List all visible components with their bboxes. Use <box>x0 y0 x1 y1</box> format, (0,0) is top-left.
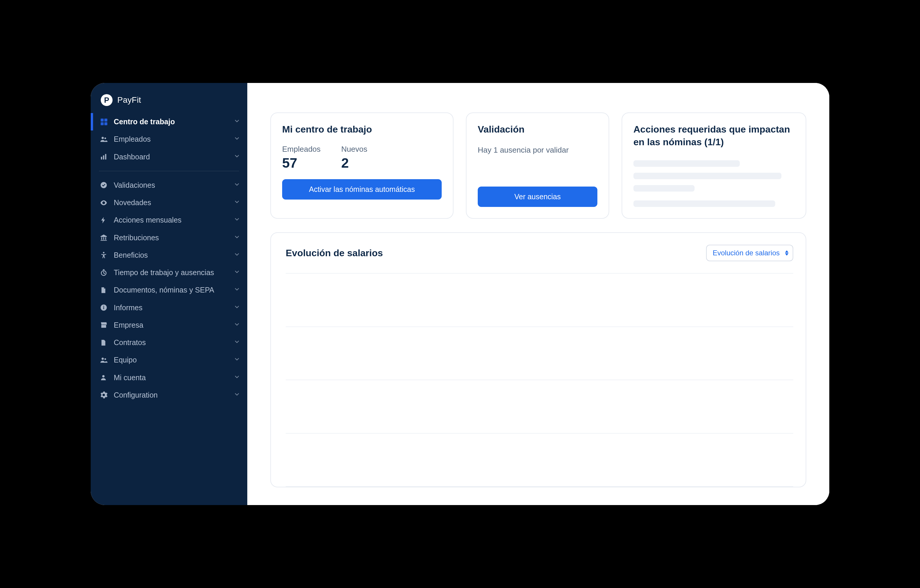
sidebar-item-label: Informes <box>114 303 234 312</box>
chevron-down-icon <box>234 338 240 347</box>
card-validacion: Validación Hay 1 ausencia por validar Ve… <box>466 113 609 219</box>
bank-icon <box>100 234 114 242</box>
chart-header: Evolución de salarios Evolución de salar… <box>286 245 793 261</box>
sidebar-item-beneficios[interactable]: Beneficios <box>91 247 247 264</box>
chart-metric-select[interactable]: Evolución de salarios <box>706 245 793 261</box>
activar-nominas-button[interactable]: Activar las nóminas automáticas <box>282 179 442 200</box>
sidebar-item-label: Empleados <box>114 135 234 144</box>
sidebar-nav-primary: Centro de trabajo Empleados Dashboard <box>91 113 247 166</box>
sidebar-item-configuration[interactable]: Configuration <box>91 386 247 404</box>
chart-title: Evolución de salarios <box>286 248 383 258</box>
svg-rect-11 <box>101 237 102 240</box>
sidebar-item-label: Beneficios <box>114 250 234 260</box>
file-icon <box>100 339 114 347</box>
brand: P PayFit <box>91 89 247 113</box>
svg-point-15 <box>103 252 104 254</box>
skeleton-line <box>633 185 695 192</box>
skeleton-line <box>633 200 775 207</box>
sidebar-item-label: Empresa <box>114 321 234 330</box>
card-title: Mi centro de trabajo <box>282 123 442 136</box>
svg-point-23 <box>104 359 106 360</box>
svg-rect-6 <box>101 157 102 159</box>
chevron-down-icon <box>234 286 240 294</box>
metrics: Empleados 57 Nuevos 2 <box>282 145 442 171</box>
people-icon <box>100 135 114 144</box>
metric-label: Nuevos <box>341 145 367 154</box>
sidebar: P PayFit Centro de trabajo Empleados <box>91 83 247 505</box>
sidebar-item-label: Contratos <box>114 338 234 347</box>
gear-icon <box>100 391 114 399</box>
svg-rect-12 <box>103 237 104 240</box>
svg-point-22 <box>102 357 104 360</box>
svg-rect-1 <box>104 118 107 121</box>
ver-ausencias-button[interactable]: Ver ausencias <box>478 187 598 207</box>
svg-rect-3 <box>104 122 107 125</box>
svg-rect-13 <box>105 237 106 240</box>
card-evolucion-salarios: Evolución de salarios Evolución de salar… <box>270 232 806 487</box>
grid-icon <box>100 118 114 126</box>
sidebar-nav-secondary: Validaciones Novedades Acciones mensuale… <box>91 176 247 404</box>
chevron-down-icon <box>234 251 240 260</box>
person-icon <box>100 374 114 381</box>
sidebar-item-documentos[interactable]: Documentos, nóminas y SEPA <box>91 281 247 299</box>
metric-nuevos: Nuevos 2 <box>341 145 367 171</box>
main-content: Mi centro de trabajo Empleados 57 Nuevos… <box>247 83 829 505</box>
sidebar-item-label: Tiempo de trabajo y ausencias <box>114 268 234 277</box>
svg-rect-21 <box>101 325 106 328</box>
svg-rect-7 <box>103 155 104 159</box>
chevron-down-icon <box>234 321 240 330</box>
sidebar-item-retribuciones[interactable]: Retribuciones <box>91 229 247 247</box>
sidebar-item-equipo[interactable]: Equipo <box>91 351 247 369</box>
sidebar-item-label: Acciones mensuales <box>114 215 234 225</box>
sidebar-item-mi-cuenta[interactable]: Mi cuenta <box>91 369 247 386</box>
svg-rect-8 <box>105 154 106 160</box>
svg-rect-2 <box>101 122 104 125</box>
svg-rect-0 <box>101 118 104 121</box>
svg-point-5 <box>104 137 106 139</box>
sidebar-item-label: Dashboard <box>114 152 234 162</box>
sidebar-item-label: Documentos, nóminas y SEPA <box>114 286 234 295</box>
svg-rect-19 <box>104 307 104 309</box>
sidebar-item-informes[interactable]: Informes <box>91 299 247 317</box>
sidebar-item-centro-de-trabajo[interactable]: Centro de trabajo <box>91 113 247 131</box>
accessibility-icon <box>100 251 114 259</box>
sidebar-item-acciones-mensuales[interactable]: Acciones mensuales <box>91 212 247 229</box>
sidebar-item-empresa[interactable]: Empresa <box>91 317 247 334</box>
chevron-down-icon <box>234 234 240 242</box>
metric-value: 57 <box>282 155 321 171</box>
chevron-down-icon <box>234 118 240 126</box>
card-mi-centro-de-trabajo: Mi centro de trabajo Empleados 57 Nuevos… <box>270 113 454 219</box>
chevron-down-icon <box>234 391 240 399</box>
chart-icon <box>100 153 114 161</box>
chart-bars <box>286 273 793 487</box>
chevron-down-icon <box>234 356 240 364</box>
eye-icon <box>100 199 114 207</box>
summary-cards-row: Mi centro de trabajo Empleados 57 Nuevos… <box>270 113 806 219</box>
timer-icon <box>100 269 114 277</box>
sidebar-item-tiempo-ausencias[interactable]: Tiempo de trabajo y ausencias <box>91 264 247 281</box>
check-circle-icon <box>100 181 114 189</box>
svg-point-10 <box>103 202 105 204</box>
metric-label: Empleados <box>282 145 321 154</box>
card-title: Acciones requeridas que impactan en las … <box>633 123 794 149</box>
sidebar-item-label: Centro de trabajo <box>114 117 234 126</box>
bolt-icon <box>100 216 114 224</box>
chevron-down-icon <box>234 135 240 144</box>
document-icon <box>100 286 114 294</box>
svg-rect-17 <box>103 269 105 270</box>
metric-empleados: Empleados 57 <box>282 145 321 171</box>
sidebar-item-dashboard[interactable]: Dashboard <box>91 148 247 166</box>
sidebar-item-label: Configuration <box>114 391 234 400</box>
brand-logo-icon: P <box>101 94 113 106</box>
app-window: P PayFit Centro de trabajo Empleados <box>91 83 829 505</box>
select-value: Evolución de salarios <box>713 249 780 257</box>
chevron-down-icon <box>234 199 240 207</box>
svg-point-24 <box>102 375 105 378</box>
card-acciones-requeridas: Acciones requeridas que impactan en las … <box>622 113 806 219</box>
chevron-down-icon <box>234 181 240 189</box>
sidebar-item-contratos[interactable]: Contratos <box>91 334 247 351</box>
sidebar-item-validaciones[interactable]: Validaciones <box>91 176 247 194</box>
sidebar-item-label: Novedades <box>114 198 234 207</box>
sidebar-item-novedades[interactable]: Novedades <box>91 194 247 212</box>
sidebar-item-empleados[interactable]: Empleados <box>91 131 247 148</box>
